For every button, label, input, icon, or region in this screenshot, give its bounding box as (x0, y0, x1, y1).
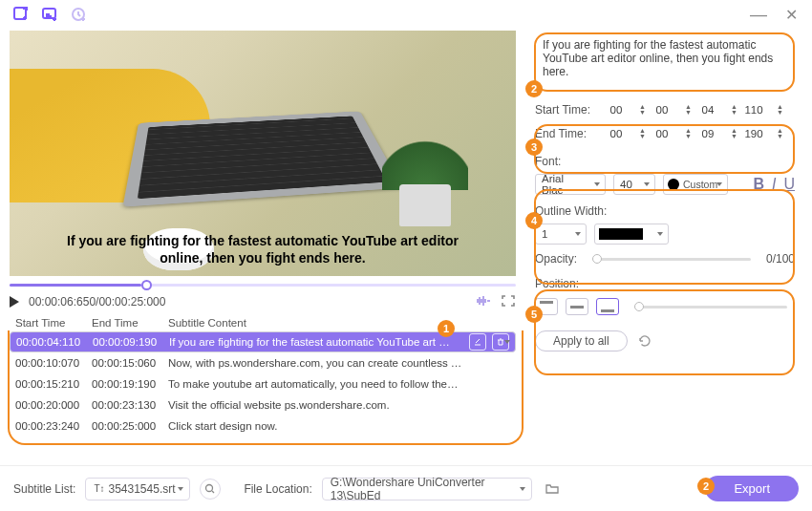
fullscreen-icon[interactable] (501, 294, 516, 310)
end-mm[interactable]: ▲▼ (652, 123, 692, 144)
apply-all-button[interactable]: Apply to all (535, 330, 628, 351)
underline-button[interactable]: U (783, 176, 795, 193)
start-ss[interactable]: ▲▼ (697, 99, 737, 120)
position-bottom[interactable] (596, 298, 619, 315)
end-time-label: End Time: (535, 127, 600, 140)
end-ms[interactable]: ▲▼ (743, 123, 783, 144)
subtitle-overlay: If you are fighting for the fastest auto… (10, 233, 516, 266)
font-color-select[interactable]: Custom (663, 174, 728, 195)
position-middle[interactable] (566, 298, 588, 315)
table-row[interactable]: 00:00:10:07000:00:15:060Now, with ps.won… (10, 352, 516, 373)
titlebar: — ✕ (0, 0, 812, 29)
delete-row-icon[interactable] (492, 333, 509, 351)
svg-point-3 (206, 484, 213, 491)
table-row[interactable]: 00:00:04:110 00:00:09:190 If you are fig… (10, 331, 516, 352)
italic-button[interactable]: I (772, 176, 776, 193)
outline-color-select[interactable] (594, 224, 669, 245)
opacity-label: Opacity: (535, 252, 577, 266)
font-size-select[interactable]: 40 (613, 174, 655, 195)
font-family-select[interactable]: Arial Blac (535, 174, 606, 195)
outline-label: Outline Width: (535, 204, 795, 218)
subtitle-list-label: Subtitle List: (13, 482, 75, 496)
waveform-icon[interactable] (474, 294, 491, 310)
font-label: Font: (535, 155, 795, 168)
opacity-slider[interactable] (592, 258, 751, 261)
minimize-icon[interactable]: — (749, 5, 768, 24)
edit-row-icon[interactable] (469, 333, 486, 351)
subtitle-file-select[interactable]: T↕35431545.srt (85, 478, 190, 500)
start-hh[interactable]: ▲▼ (606, 99, 646, 120)
position-top[interactable] (535, 298, 558, 315)
start-ms[interactable]: ▲▼ (743, 99, 783, 120)
folder-icon[interactable] (542, 479, 563, 500)
start-time-label: Start Time: (535, 103, 600, 117)
file-location-label: File Location: (244, 482, 311, 496)
subtitle-table-header: Start Time End Time Subtitle Content (10, 314, 516, 331)
history-icon[interactable] (69, 5, 88, 24)
play-button[interactable] (10, 296, 19, 308)
close-icon[interactable]: ✕ (781, 5, 801, 24)
col-start: Start Time (15, 317, 92, 329)
add-media-icon[interactable] (11, 5, 31, 24)
col-content: Subtitle Content (168, 317, 510, 329)
outline-width-select[interactable]: 1 (535, 224, 587, 245)
file-location-select[interactable]: G:\Wondershare UniConverter 13\SubEd (322, 478, 532, 500)
subtitle-list: 00:00:04:110 00:00:09:190 If you are fig… (10, 331, 516, 436)
progress-bar[interactable] (10, 280, 516, 289)
time-display: 00:00:06:650/00:00:25:000 (29, 295, 165, 309)
start-mm[interactable]: ▲▼ (652, 99, 692, 120)
bold-button[interactable]: B (753, 176, 764, 193)
position-label: Position: (535, 277, 795, 290)
table-row[interactable]: 00:00:15:21000:00:19:190To make youtube … (10, 373, 516, 394)
footer: Subtitle List: T↕35431545.srt File Locat… (0, 465, 812, 511)
export-button[interactable]: Export (705, 476, 799, 501)
col-end: End Time (92, 317, 168, 329)
table-row[interactable]: 00:00:23:24000:00:25:000Click start desi… (10, 415, 516, 436)
video-preview[interactable]: If you are fighting for the fastest auto… (10, 31, 516, 276)
add-subtitle-icon[interactable] (40, 5, 59, 24)
position-slider[interactable] (634, 306, 787, 309)
subtitle-text-input[interactable] (535, 34, 795, 86)
end-hh[interactable]: ▲▼ (606, 123, 646, 144)
end-ss[interactable]: ▲▼ (697, 123, 737, 144)
reset-icon[interactable] (637, 333, 652, 349)
search-icon[interactable] (200, 479, 221, 500)
opacity-value: 0/100 (766, 252, 795, 266)
table-row[interactable]: 00:00:20:00000:00:23:130Visit the offici… (10, 394, 516, 415)
